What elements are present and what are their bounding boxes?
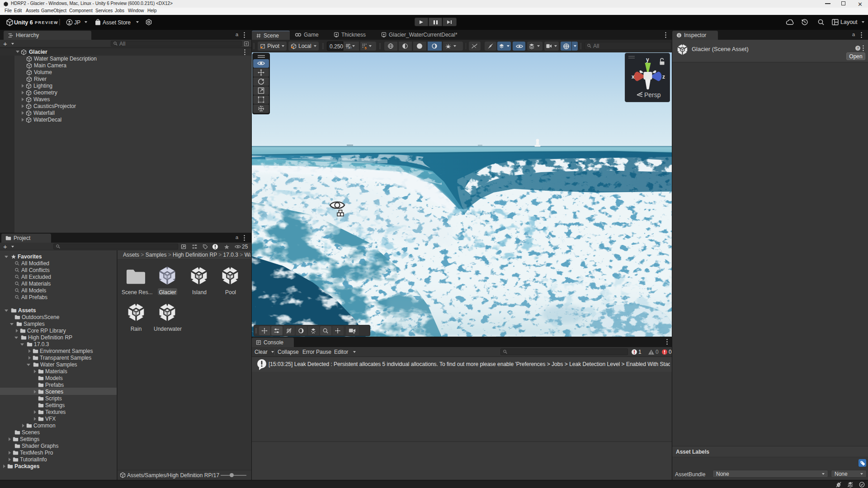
svg-text:?: ? xyxy=(857,46,859,50)
svg-text:z: z xyxy=(662,74,665,80)
svg-text:Persp: Persp xyxy=(644,91,661,99)
svg-text:y: y xyxy=(646,56,649,63)
svg-text:x: x xyxy=(632,74,635,80)
svg-text:XY: XY xyxy=(348,46,351,49)
svg-text:5: 5 xyxy=(364,46,367,49)
